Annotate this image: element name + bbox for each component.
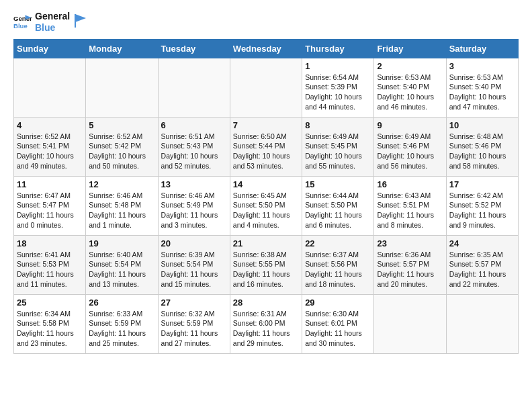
day-cell: 20Sunrise: 6:39 AM Sunset: 5:54 PM Dayli…: [158, 235, 230, 294]
day-cell: 1Sunrise: 6:54 AM Sunset: 5:39 PM Daylig…: [302, 58, 374, 117]
day-cell: 22Sunrise: 6:37 AM Sunset: 5:56 PM Dayli…: [302, 235, 374, 294]
day-number: 19: [89, 238, 154, 248]
logo-flag-icon: [74, 13, 86, 28]
day-number: 1: [305, 61, 371, 71]
day-cell: 27Sunrise: 6:32 AM Sunset: 5:59 PM Dayli…: [158, 294, 230, 353]
day-info: Sunrise: 6:36 AM Sunset: 5:57 PM Dayligh…: [377, 250, 443, 289]
header-cell-sunday: Sunday: [14, 39, 86, 58]
day-info: Sunrise: 6:35 AM Sunset: 5:57 PM Dayligh…: [449, 250, 515, 289]
day-number: 10: [449, 120, 515, 130]
day-cell: 24Sunrise: 6:35 AM Sunset: 5:57 PM Dayli…: [446, 235, 518, 294]
day-cell: 2Sunrise: 6:53 AM Sunset: 5:40 PM Daylig…: [374, 58, 446, 117]
day-info: Sunrise: 6:34 AM Sunset: 5:58 PM Dayligh…: [17, 309, 83, 349]
header-cell-saturday: Saturday: [446, 39, 518, 58]
day-number: 2: [377, 61, 443, 71]
day-info: Sunrise: 6:44 AM Sunset: 5:50 PM Dayligh…: [305, 191, 371, 230]
day-info: Sunrise: 6:37 AM Sunset: 5:56 PM Dayligh…: [305, 250, 371, 289]
day-info: Sunrise: 6:52 AM Sunset: 5:42 PM Dayligh…: [89, 132, 154, 171]
header-cell-monday: Monday: [86, 39, 158, 58]
day-number: 25: [17, 298, 83, 308]
day-cell: [86, 58, 158, 117]
day-cell: 19Sunrise: 6:40 AM Sunset: 5:54 PM Dayli…: [86, 235, 158, 294]
day-cell: 14Sunrise: 6:45 AM Sunset: 5:50 PM Dayli…: [230, 176, 302, 235]
day-number: 18: [17, 238, 83, 248]
day-cell: 25Sunrise: 6:34 AM Sunset: 5:58 PM Dayli…: [14, 294, 86, 353]
day-number: 21: [233, 238, 299, 248]
day-cell: 13Sunrise: 6:46 AM Sunset: 5:49 PM Dayli…: [158, 176, 230, 235]
day-cell: [446, 294, 518, 353]
day-number: 7: [233, 120, 299, 130]
day-number: 11: [17, 179, 83, 189]
day-number: 3: [449, 61, 515, 71]
day-number: 28: [233, 298, 299, 308]
svg-marker-4: [75, 14, 86, 22]
header-row: SundayMondayTuesdayWednesdayThursdayFrid…: [14, 39, 519, 58]
day-number: 23: [377, 238, 443, 248]
week-row-5: 25Sunrise: 6:34 AM Sunset: 5:58 PM Dayli…: [14, 294, 519, 353]
day-cell: [158, 58, 230, 117]
day-cell: [230, 58, 302, 117]
day-info: Sunrise: 6:33 AM Sunset: 5:59 PM Dayligh…: [89, 309, 154, 349]
day-number: 27: [161, 298, 227, 308]
day-number: 17: [449, 179, 515, 189]
day-info: Sunrise: 6:53 AM Sunset: 5:40 PM Dayligh…: [377, 73, 443, 112]
day-info: Sunrise: 6:46 AM Sunset: 5:49 PM Dayligh…: [161, 191, 227, 230]
day-cell: 29Sunrise: 6:30 AM Sunset: 6:01 PM Dayli…: [302, 294, 374, 353]
logo-text-general: General: [35, 11, 70, 22]
day-info: Sunrise: 6:49 AM Sunset: 5:46 PM Dayligh…: [377, 132, 443, 171]
day-cell: 4Sunrise: 6:52 AM Sunset: 5:41 PM Daylig…: [14, 117, 86, 176]
day-cell: 7Sunrise: 6:50 AM Sunset: 5:44 PM Daylig…: [230, 117, 302, 176]
day-info: Sunrise: 6:43 AM Sunset: 5:51 PM Dayligh…: [377, 191, 443, 230]
day-info: Sunrise: 6:39 AM Sunset: 5:54 PM Dayligh…: [161, 250, 227, 289]
day-cell: 28Sunrise: 6:31 AM Sunset: 6:00 PM Dayli…: [230, 294, 302, 353]
week-row-3: 11Sunrise: 6:47 AM Sunset: 5:47 PM Dayli…: [14, 176, 519, 235]
day-info: Sunrise: 6:51 AM Sunset: 5:43 PM Dayligh…: [161, 132, 227, 171]
day-info: Sunrise: 6:32 AM Sunset: 5:59 PM Dayligh…: [161, 309, 227, 349]
day-cell: 11Sunrise: 6:47 AM Sunset: 5:47 PM Dayli…: [14, 176, 86, 235]
day-number: 4: [17, 120, 83, 130]
day-info: Sunrise: 6:45 AM Sunset: 5:50 PM Dayligh…: [233, 191, 299, 230]
day-number: 14: [233, 179, 299, 189]
header-cell-tuesday: Tuesday: [158, 39, 230, 58]
logo-icon: General Blue: [13, 13, 32, 32]
day-info: Sunrise: 6:54 AM Sunset: 5:39 PM Dayligh…: [305, 73, 371, 112]
day-info: Sunrise: 6:41 AM Sunset: 5:53 PM Dayligh…: [17, 250, 83, 289]
week-row-2: 4Sunrise: 6:52 AM Sunset: 5:41 PM Daylig…: [14, 117, 519, 176]
day-info: Sunrise: 6:31 AM Sunset: 6:00 PM Dayligh…: [233, 309, 299, 349]
day-cell: 16Sunrise: 6:43 AM Sunset: 5:51 PM Dayli…: [374, 176, 446, 235]
day-info: Sunrise: 6:50 AM Sunset: 5:44 PM Dayligh…: [233, 132, 299, 171]
svg-text:General: General: [13, 15, 32, 22]
day-number: 8: [305, 120, 371, 130]
header-cell-friday: Friday: [374, 39, 446, 58]
header-cell-thursday: Thursday: [302, 39, 374, 58]
day-number: 26: [89, 298, 154, 308]
day-number: 16: [377, 179, 443, 189]
logo: General Blue General Blue: [13, 11, 86, 34]
day-number: 29: [305, 298, 371, 308]
day-cell: 23Sunrise: 6:36 AM Sunset: 5:57 PM Dayli…: [374, 235, 446, 294]
day-info: Sunrise: 6:42 AM Sunset: 5:52 PM Dayligh…: [449, 191, 515, 230]
day-cell: [374, 294, 446, 353]
day-number: 13: [161, 179, 227, 189]
day-info: Sunrise: 6:46 AM Sunset: 5:48 PM Dayligh…: [89, 191, 154, 230]
page-header: General Blue General Blue: [13, 11, 519, 34]
day-cell: [14, 58, 86, 117]
day-number: 15: [305, 179, 371, 189]
day-info: Sunrise: 6:48 AM Sunset: 5:46 PM Dayligh…: [449, 132, 515, 171]
day-info: Sunrise: 6:38 AM Sunset: 5:55 PM Dayligh…: [233, 250, 299, 289]
day-cell: 18Sunrise: 6:41 AM Sunset: 5:53 PM Dayli…: [14, 235, 86, 294]
day-info: Sunrise: 6:52 AM Sunset: 5:41 PM Dayligh…: [17, 132, 83, 171]
day-cell: 21Sunrise: 6:38 AM Sunset: 5:55 PM Dayli…: [230, 235, 302, 294]
day-number: 22: [305, 238, 371, 248]
day-cell: 10Sunrise: 6:48 AM Sunset: 5:46 PM Dayli…: [446, 117, 518, 176]
day-info: Sunrise: 6:49 AM Sunset: 5:45 PM Dayligh…: [305, 132, 371, 171]
logo-text-blue: Blue: [35, 22, 70, 34]
day-cell: 5Sunrise: 6:52 AM Sunset: 5:42 PM Daylig…: [86, 117, 158, 176]
day-cell: 15Sunrise: 6:44 AM Sunset: 5:50 PM Dayli…: [302, 176, 374, 235]
day-number: 20: [161, 238, 227, 248]
day-number: 9: [377, 120, 443, 130]
day-number: 6: [161, 120, 227, 130]
calendar-table: SundayMondayTuesdayWednesdayThursdayFrid…: [13, 39, 519, 354]
day-cell: 3Sunrise: 6:53 AM Sunset: 5:40 PM Daylig…: [446, 58, 518, 117]
day-number: 12: [89, 179, 154, 189]
